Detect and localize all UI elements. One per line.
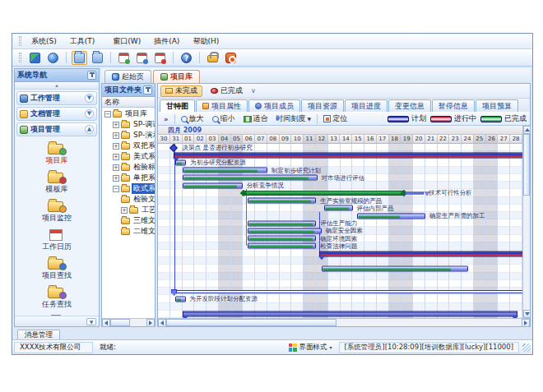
tree-node[interactable]: 检验文件 (102, 194, 155, 205)
calendar-edit-button[interactable] (134, 51, 150, 65)
calendar-delete-button[interactable] (152, 51, 168, 65)
ui-style-button[interactable]: 界面样式 ▾ (284, 342, 337, 353)
expand-icon[interactable]: + (113, 154, 119, 160)
sidebar-group-work[interactable]: 工作管理▼ (16, 91, 97, 105)
fit-button[interactable]: 适合 (241, 113, 271, 125)
time-scale-button[interactable]: 时间刻度▼ (274, 113, 314, 125)
sidebar-item-project-search[interactable]: 项目查找 (17, 255, 96, 283)
tree-node[interactable]: +双把系列 (102, 141, 155, 151)
calendar-new-button[interactable] (116, 51, 132, 65)
menu-help[interactable]: 帮助(H) (186, 35, 225, 48)
view-tab-resources[interactable]: 项目资源 (301, 99, 344, 112)
summary-done-bar[interactable] (243, 191, 404, 196)
task-bar[interactable] (183, 168, 268, 173)
milestone-marker[interactable] (169, 144, 178, 152)
scroll-right-icon[interactable] (522, 319, 530, 327)
expand-icon[interactable]: + (121, 207, 128, 214)
chevron-down-icon[interactable]: ▼ (86, 318, 96, 325)
scroll-left-icon[interactable] (102, 319, 110, 327)
tree-node[interactable]: 二维文件 (102, 226, 155, 237)
sidebar-item-template-library[interactable]: 模板库 (17, 168, 96, 196)
view-tab-progress[interactable]: 项目进度 (345, 99, 388, 112)
scroll-right-icon[interactable] (146, 319, 155, 327)
tree-node[interactable]: −项目库 (102, 108, 155, 119)
scroll-left-icon[interactable] (158, 319, 166, 327)
view-tab-budget[interactable]: 项目预算 (476, 99, 518, 112)
expand-icon[interactable]: + (113, 164, 119, 171)
task-bar[interactable] (183, 182, 244, 188)
chevron-up-icon[interactable]: ▲ (85, 125, 94, 134)
pin-icon[interactable] (87, 71, 96, 80)
expand-icon[interactable]: + (113, 143, 119, 150)
task-bar[interactable] (324, 205, 352, 211)
sidebar-item-task-search[interactable]: 任务查找 (17, 284, 96, 311)
sidebar-group-document[interactable]: 文档管理▼ (16, 107, 97, 121)
lock-button[interactable] (205, 51, 220, 65)
globe-button[interactable] (45, 51, 61, 65)
filter-more-button[interactable]: ∨ (251, 87, 256, 95)
collapse-icon[interactable]: − (113, 186, 119, 192)
gantt-vertical-scrollbar[interactable] (522, 126, 530, 318)
task-bar[interactable] (248, 220, 317, 226)
tree-node[interactable]: 三维文件 (102, 215, 155, 226)
menu-window[interactable]: 窗口(W) (106, 35, 147, 48)
open-project-folder-button[interactable] (72, 51, 87, 65)
chevron-down-icon[interactable]: ▼ (85, 94, 94, 103)
help-button[interactable] (179, 51, 194, 65)
collapse-icon[interactable]: − (104, 111, 111, 118)
tree-node[interactable]: +工艺文件 (102, 205, 155, 215)
tree-column-header[interactable]: 名称 (102, 97, 155, 108)
view-tab-pauses[interactable]: 暂停信息 (432, 99, 475, 112)
filter-completed-button[interactable]: 已完成 (206, 85, 248, 97)
task-bar[interactable] (248, 198, 317, 204)
project-browser-button[interactable] (90, 51, 105, 65)
tree-node[interactable]: +SP-调试机系 (102, 119, 155, 130)
tree-node[interactable]: +SP-演示机系 (102, 130, 155, 141)
sidebar-group-project[interactable]: 项目管理▲ (16, 122, 97, 136)
task-bar[interactable] (183, 175, 318, 181)
summary-plan-bar[interactable] (183, 311, 518, 317)
resize-grip-icon[interactable] (522, 344, 531, 352)
view-tab-members[interactable]: 项目成员 (248, 99, 300, 112)
doc-tab-start-page[interactable]: 起始页 (104, 70, 151, 83)
locate-button[interactable]: 定位 (321, 113, 350, 125)
sidebar-item-project-library[interactable]: 项目库 (17, 140, 96, 168)
tree-horizontal-scrollbar[interactable] (102, 318, 155, 326)
zoom-out-button[interactable]: 缩小 (210, 113, 238, 125)
chevron-down-icon[interactable]: ▼ (85, 109, 94, 118)
task-bar[interactable] (357, 213, 425, 219)
task-bar[interactable] (175, 160, 186, 166)
view-tab-changes[interactable]: 变更信息 (388, 99, 431, 112)
task-bar[interactable] (322, 266, 468, 272)
task-bar[interactable] (175, 296, 185, 302)
scroll-down-icon[interactable] (523, 310, 531, 318)
zoom-in-button[interactable]: 放大 (179, 113, 207, 125)
expand-icon[interactable]: + (113, 132, 119, 139)
tree-node[interactable]: −欧式系列 (102, 183, 155, 194)
menu-plugins[interactable]: 插件(A) (147, 35, 186, 48)
summary-line-bar[interactable] (174, 290, 522, 293)
sidebar-item-work-calendar[interactable]: 工作日历 (17, 226, 96, 254)
summary-active-bar[interactable] (174, 152, 522, 158)
menu-tools[interactable]: 工具(T) (63, 35, 102, 48)
sidebar-collapse-strip[interactable]: ▴ (15, 82, 99, 90)
tab-message-management[interactable]: 消息管理 (17, 330, 60, 339)
tree-node[interactable]: +美式系列 (102, 151, 155, 162)
view-tab-gantt[interactable]: 甘特图 (160, 99, 195, 112)
sidebar-item-project-monitor[interactable]: 项目监控 (17, 197, 96, 225)
toolbar-overflow-button[interactable]: » (161, 114, 171, 124)
expand-icon[interactable]: + (113, 122, 119, 128)
expand-icon[interactable]: + (113, 175, 119, 182)
tree-node[interactable]: +单把系列 (102, 173, 155, 183)
scroll-up-icon[interactable] (523, 126, 531, 134)
doc-tab-project-library[interactable]: 项目库 (153, 70, 200, 83)
gantt-horizontal-scrollbar[interactable] (158, 318, 530, 326)
modules-button[interactable] (27, 51, 43, 65)
menu-system[interactable]: 系统(S) (25, 35, 63, 48)
task-bar[interactable] (248, 243, 317, 249)
pin-icon[interactable] (143, 85, 152, 95)
task-bar[interactable] (248, 228, 323, 233)
tree-node[interactable]: +检验标准 (102, 162, 155, 173)
view-tab-attributes[interactable]: 项目属性 (196, 99, 248, 112)
summary-active-bar[interactable] (319, 251, 522, 256)
